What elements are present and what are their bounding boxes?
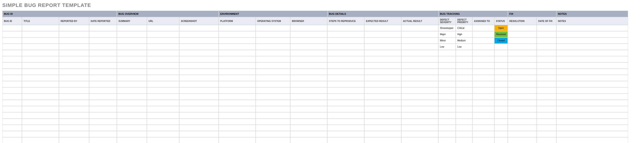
cell-reported-by[interactable]: [59, 125, 89, 131]
cell-expected-result[interactable]: [364, 131, 401, 137]
cell-screenshot[interactable]: [179, 119, 218, 125]
cell-url[interactable]: [147, 25, 179, 31]
cell-defect-priority[interactable]: Low: [456, 44, 472, 50]
cell-reported-by[interactable]: [59, 119, 89, 125]
cell-assigned-to[interactable]: [472, 75, 494, 81]
cell-resolution[interactable]: [508, 100, 537, 106]
cell-date-of-fix[interactable]: [537, 25, 556, 31]
cell-resolution[interactable]: [508, 25, 537, 31]
cell-defect-priority[interactable]: [456, 137, 472, 143]
cell-reported-by[interactable]: [59, 137, 89, 143]
cell-defect-priority[interactable]: [456, 56, 472, 62]
cell-expected-result[interactable]: [364, 44, 401, 50]
cell-url[interactable]: [147, 56, 179, 62]
cell-actual-result[interactable]: [401, 125, 438, 131]
cell-title[interactable]: [22, 56, 59, 62]
cell-assigned-to[interactable]: [472, 100, 494, 106]
cell-browser[interactable]: [290, 112, 327, 119]
cell-expected-result[interactable]: [364, 125, 401, 131]
cell-assigned-to[interactable]: [472, 112, 494, 119]
cell-resolution[interactable]: [508, 87, 537, 94]
cell-status[interactable]: [494, 56, 508, 62]
cell-resolution[interactable]: [508, 50, 537, 56]
cell-date-of-fix[interactable]: [537, 31, 556, 37]
cell-actual-result[interactable]: [401, 94, 438, 100]
cell-date-reported[interactable]: [89, 56, 117, 62]
cell-defect-priority[interactable]: [456, 87, 472, 94]
cell-summary[interactable]: [117, 125, 147, 131]
cell-title[interactable]: [22, 119, 59, 125]
cell-date-reported[interactable]: [89, 137, 117, 143]
cell-defect-severity[interactable]: Minor: [438, 37, 456, 44]
cell-summary[interactable]: [117, 94, 147, 100]
cell-notes[interactable]: [556, 100, 628, 106]
cell-operating-system[interactable]: [256, 81, 290, 87]
cell-date-of-fix[interactable]: [537, 44, 556, 50]
cell-reported-by[interactable]: [59, 94, 89, 100]
cell-status[interactable]: [494, 87, 508, 94]
cell-screenshot[interactable]: [179, 62, 218, 69]
cell-date-of-fix[interactable]: [537, 69, 556, 75]
cell-status[interactable]: [494, 106, 508, 112]
cell-title[interactable]: [22, 100, 59, 106]
cell-notes[interactable]: [556, 131, 628, 137]
cell-steps-to-reproduce[interactable]: [327, 44, 364, 50]
cell-url[interactable]: [147, 125, 179, 131]
cell-notes[interactable]: [556, 50, 628, 56]
cell-operating-system[interactable]: [256, 44, 290, 50]
cell-defect-priority[interactable]: [456, 69, 472, 75]
cell-reported-by[interactable]: [59, 37, 89, 44]
cell-browser[interactable]: [290, 94, 327, 100]
cell-screenshot[interactable]: [179, 37, 218, 44]
cell-reported-by[interactable]: [59, 69, 89, 75]
cell-date-reported[interactable]: [89, 75, 117, 81]
cell-date-reported[interactable]: [89, 50, 117, 56]
cell-assigned-to[interactable]: [472, 37, 494, 44]
cell-steps-to-reproduce[interactable]: [327, 106, 364, 112]
cell-actual-result[interactable]: [401, 25, 438, 31]
cell-summary[interactable]: [117, 44, 147, 50]
cell-defect-severity[interactable]: Showstopper: [438, 25, 456, 31]
cell-screenshot[interactable]: [179, 94, 218, 100]
cell-resolution[interactable]: [508, 94, 537, 100]
cell-operating-system[interactable]: [256, 25, 290, 31]
cell-browser[interactable]: [290, 37, 327, 44]
cell-summary[interactable]: [117, 25, 147, 31]
cell-actual-result[interactable]: [401, 100, 438, 106]
cell-notes[interactable]: [556, 112, 628, 119]
cell-date-reported[interactable]: [89, 131, 117, 137]
cell-resolution[interactable]: [508, 137, 537, 143]
cell-platform[interactable]: [218, 106, 256, 112]
cell-defect-priority[interactable]: [456, 75, 472, 81]
cell-defect-priority[interactable]: [456, 131, 472, 137]
cell-browser[interactable]: [290, 62, 327, 69]
cell-assigned-to[interactable]: [472, 94, 494, 100]
cell-summary[interactable]: [117, 100, 147, 106]
cell-expected-result[interactable]: [364, 50, 401, 56]
cell-defect-severity[interactable]: [438, 75, 456, 81]
cell-bug-id[interactable]: [2, 106, 22, 112]
cell-resolution[interactable]: [508, 119, 537, 125]
cell-operating-system[interactable]: [256, 137, 290, 143]
cell-status[interactable]: [494, 44, 508, 50]
cell-screenshot[interactable]: [179, 125, 218, 131]
cell-title[interactable]: [22, 37, 59, 44]
cell-steps-to-reproduce[interactable]: [327, 37, 364, 44]
cell-bug-id[interactable]: [2, 81, 22, 87]
cell-browser[interactable]: [290, 137, 327, 143]
cell-operating-system[interactable]: [256, 100, 290, 106]
cell-defect-severity[interactable]: [438, 50, 456, 56]
cell-bug-id[interactable]: [2, 44, 22, 50]
cell-screenshot[interactable]: [179, 100, 218, 106]
cell-actual-result[interactable]: [401, 112, 438, 119]
cell-date-of-fix[interactable]: [537, 106, 556, 112]
cell-url[interactable]: [147, 81, 179, 87]
cell-browser[interactable]: [290, 125, 327, 131]
cell-platform[interactable]: [218, 62, 256, 69]
cell-defect-priority[interactable]: Critical: [456, 25, 472, 31]
cell-title[interactable]: [22, 25, 59, 31]
cell-status[interactable]: [494, 81, 508, 87]
cell-steps-to-reproduce[interactable]: [327, 87, 364, 94]
cell-screenshot[interactable]: [179, 56, 218, 62]
cell-notes[interactable]: [556, 75, 628, 81]
